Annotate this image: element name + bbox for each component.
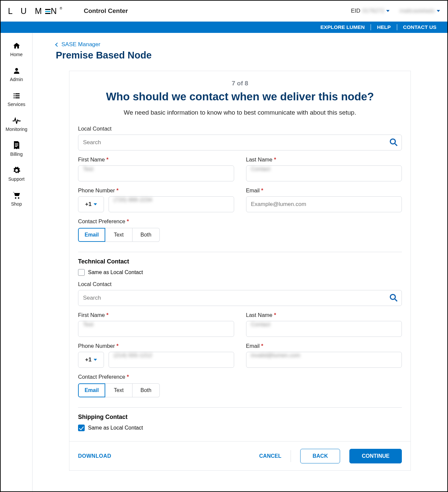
sidebar-item-label: Services	[8, 102, 26, 107]
breadcrumb-label: SASE Manager	[61, 41, 100, 48]
tech-contact-search-input[interactable]	[78, 290, 402, 306]
section-divider	[78, 407, 402, 408]
sidebar-item-services[interactable]: Services	[1, 87, 33, 110]
user-icon	[12, 66, 21, 75]
chevron-down-icon	[437, 10, 440, 12]
explore-link[interactable]: EXPLORE LUMEN	[314, 24, 371, 30]
eid-value: 0176272	[362, 8, 384, 14]
phone-label: Phone Number	[78, 187, 234, 194]
svg-point-11	[18, 197, 19, 199]
local-contact-search[interactable]	[78, 135, 402, 150]
svg-rect-6	[15, 97, 20, 98]
svg-rect-1	[14, 93, 15, 94]
utility-bar: EXPLORE LUMEN HELP CONTACT US	[1, 22, 447, 33]
svg-rect-3	[14, 95, 15, 96]
list-icon	[12, 91, 21, 100]
logo-e-icon	[45, 8, 50, 14]
chevron-left-icon	[55, 43, 59, 47]
last-name-input[interactable]: Contact	[246, 165, 402, 181]
tech-same-label: Same as Local Contact	[88, 269, 143, 275]
divider	[291, 450, 291, 462]
section-divider	[78, 252, 402, 252]
user-dropdown[interactable]: mattcastelado	[400, 8, 440, 14]
shipping-contact-title: Shipping Contact	[78, 414, 402, 421]
pref-text-button[interactable]: Text	[105, 228, 133, 242]
sidebar-item-label: Support	[8, 176, 25, 182]
help-link[interactable]: HELP	[371, 24, 397, 30]
breadcrumb-back[interactable]: SASE Manager	[56, 41, 100, 48]
svg-line-15	[395, 299, 397, 301]
sidebar-item-label: Billing	[10, 151, 23, 157]
pref-email-button[interactable]: Email	[78, 228, 105, 242]
phone-input[interactable]: (720) 888-2234	[109, 196, 234, 212]
svg-rect-2	[15, 93, 20, 94]
local-contact-search-input[interactable]	[78, 135, 402, 150]
tech-first-name-label: First Name	[78, 312, 234, 318]
sidebar-item-admin[interactable]: Admin	[1, 62, 33, 85]
sidebar-item-support[interactable]: Support	[1, 162, 33, 185]
tech-last-name-label: Last Name	[246, 312, 402, 318]
email-label: Email	[246, 187, 402, 194]
app-title: Control Center	[84, 7, 128, 15]
tech-first-name-input[interactable]: Test	[78, 321, 234, 337]
tech-last-name-input[interactable]: Contact	[246, 321, 402, 337]
svg-point-12	[390, 139, 395, 144]
tech-contact-search[interactable]	[78, 290, 402, 306]
first-name-label: First Name	[78, 156, 234, 163]
tech-contact-pref-segmented: Email Text Both	[78, 383, 402, 397]
svg-rect-7	[15, 144, 18, 144]
country-code-selector[interactable]: +1	[78, 196, 104, 212]
svg-point-10	[15, 197, 16, 199]
top-header: L U M N® Control Center EID 0176272 matt…	[1, 1, 447, 22]
sidebar-item-shop[interactable]: Shop	[1, 187, 33, 210]
tech-local-contact-label: Local Contact	[78, 281, 402, 287]
tech-email-input[interactable]: invalid@lumen.com	[246, 352, 402, 368]
pulse-icon	[12, 116, 21, 125]
pref-both-button[interactable]: Both	[133, 228, 160, 242]
first-name-input[interactable]: Test	[78, 165, 234, 181]
svg-point-0	[15, 68, 18, 71]
contact-link[interactable]: CONTACT US	[397, 24, 442, 30]
sidebar-item-home[interactable]: Home	[1, 38, 33, 60]
sidebar-item-monitoring[interactable]: Monitoring	[1, 112, 33, 135]
tech-contact-pref-label: Contact Preference	[78, 374, 402, 380]
tech-same-checkbox[interactable]	[78, 269, 85, 276]
svg-point-14	[390, 294, 395, 299]
last-name-label: Last Name	[246, 156, 402, 163]
eid-dropdown[interactable]: EID 0176272	[351, 8, 390, 14]
chevron-down-icon	[386, 10, 390, 12]
wizard-intro: We need basic information to know who to…	[69, 109, 410, 116]
sidebar-item-label: Admin	[10, 77, 23, 82]
shipping-same-label: Same as Local Contact	[88, 425, 143, 431]
contact-pref-segmented: Email Text Both	[78, 228, 402, 242]
tech-phone-input[interactable]: (214) 555-1212	[109, 352, 234, 368]
tech-pref-email-button[interactable]: Email	[78, 383, 105, 397]
svg-rect-4	[15, 95, 20, 96]
download-button[interactable]: DOWNLOAD	[78, 453, 111, 459]
cancel-button[interactable]: CANCEL	[259, 453, 282, 459]
tech-country-code-selector[interactable]: +1	[78, 352, 104, 368]
username: mattcastelado	[400, 8, 435, 14]
search-icon	[389, 138, 398, 147]
continue-button[interactable]: CONTINUE	[349, 449, 402, 463]
svg-rect-5	[14, 97, 15, 98]
tech-pref-both-button[interactable]: Both	[133, 383, 160, 397]
sidebar: Home Admin Services Monitoring	[1, 33, 33, 491]
sidebar-item-billing[interactable]: Billing	[1, 137, 33, 160]
eid-label: EID	[351, 8, 360, 14]
svg-rect-9	[15, 146, 17, 147]
email-input[interactable]	[246, 196, 402, 212]
tech-same-checkbox-row: Same as Local Contact	[78, 269, 402, 276]
wizard-heading: Who should we contact when we deliver th…	[79, 90, 401, 103]
svg-rect-8	[15, 145, 18, 146]
wizard-footer: DOWNLOAD CANCEL BACK CONTINUE	[69, 441, 410, 470]
shipping-same-checkbox-row: Same as Local Contact	[78, 425, 402, 431]
tech-email-label: Email	[246, 343, 402, 349]
shipping-same-checkbox[interactable]	[78, 425, 85, 431]
tech-phone-label: Phone Number	[78, 343, 234, 349]
wizard-card: 7 of 8 Who should we contact when we del…	[69, 71, 411, 471]
back-button[interactable]: BACK	[300, 449, 340, 463]
tech-pref-text-button[interactable]: Text	[105, 383, 133, 397]
home-icon	[12, 42, 21, 50]
sidebar-item-label: Monitoring	[6, 127, 27, 132]
